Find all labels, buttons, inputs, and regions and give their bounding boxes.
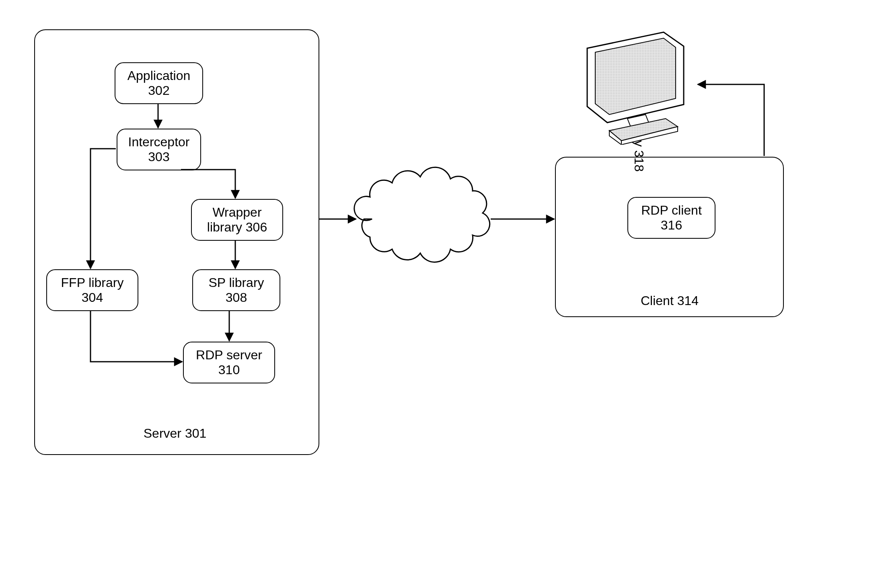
ffp-node: FFP library 304 <box>46 269 138 311</box>
rdp-server-node: RDP server 310 <box>183 342 275 383</box>
sp-num: 308 <box>226 290 247 305</box>
application-num: 302 <box>148 83 169 98</box>
sp-name: SP library <box>208 275 264 290</box>
arrow-client-display <box>698 84 764 156</box>
network-label: Network 312 <box>378 211 483 226</box>
rdp-server-num: 310 <box>218 363 240 377</box>
application-node: Application 302 <box>115 62 203 104</box>
client-label: Client 314 <box>627 293 712 308</box>
rdp-client-node: RDP client 316 <box>627 197 715 239</box>
rdp-client-num: 316 <box>661 218 682 233</box>
interceptor-node: Interceptor 303 <box>117 129 201 170</box>
rdp-server-name: RDP server <box>196 348 262 363</box>
rdp-client-name: RDP client <box>641 203 702 218</box>
server-label-text: Server 301 <box>144 426 207 440</box>
sp-node: SP library 308 <box>192 269 280 311</box>
interceptor-num: 303 <box>148 150 169 164</box>
wrapper-name: Wrapper <box>212 205 261 220</box>
application-name: Application <box>127 68 191 83</box>
ffp-num: 304 <box>82 290 103 305</box>
wrapper-node: Wrapper library 306 <box>191 199 283 241</box>
wrapper-name2: library 306 <box>207 220 267 235</box>
diagram-canvas: Server 301 Application 302 Interceptor 3… <box>0 0 886 588</box>
server-label: Server 301 <box>121 426 229 441</box>
monitor-icon <box>571 24 700 145</box>
ffp-name: FFP library <box>61 275 124 290</box>
client-label-text: Client 314 <box>641 293 699 308</box>
network-label-text: Network 312 <box>394 211 467 225</box>
interceptor-name: Interceptor <box>128 135 190 150</box>
